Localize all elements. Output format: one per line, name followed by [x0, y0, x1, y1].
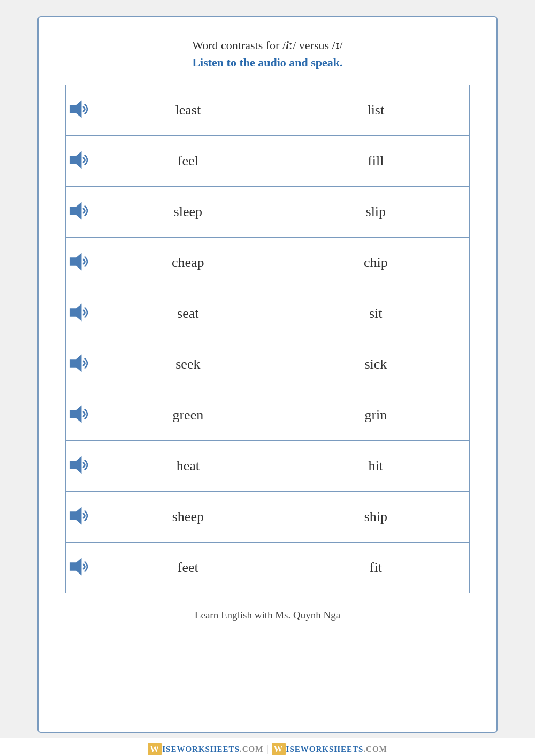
short-vowel-word: sick	[282, 339, 469, 390]
short-vowel-word: sit	[282, 288, 469, 339]
long-vowel-word: sheep	[94, 492, 282, 543]
watermark-right: W ISEWORKSHEETS .COM	[272, 743, 387, 755]
short-vowel-word: chip	[282, 238, 469, 288]
long-vowel-word: least	[94, 85, 282, 136]
svg-marker-0	[70, 101, 82, 118]
table-row: feelfill	[66, 136, 470, 187]
svg-marker-3	[70, 253, 82, 271]
table-row: seeksick	[66, 339, 470, 390]
table-row: cheapchip	[66, 238, 470, 288]
speaker-icon[interactable]	[66, 352, 94, 375]
short-vowel-word: list	[282, 85, 469, 136]
speaker-cell[interactable]	[66, 390, 94, 441]
speaker-cell[interactable]	[66, 288, 94, 339]
table-row: sleepslip	[66, 187, 470, 238]
title-line2: Listen to the audio and speak.	[192, 56, 342, 70]
table-row: seatsit	[66, 288, 470, 339]
short-vowel-word: slip	[282, 187, 469, 238]
speaker-icon[interactable]	[66, 97, 94, 121]
speaker-cell[interactable]	[66, 339, 94, 390]
watermark-bar: W ISEWORKSHEETS .COM | W ISEWORKSHEETS .…	[0, 738, 535, 756]
speaker-cell[interactable]	[66, 238, 94, 288]
word-contrast-table: leastlist feelfill sleepslip cheapchip s…	[65, 85, 470, 593]
svg-marker-8	[70, 507, 82, 525]
long-vowel-word: sleep	[94, 187, 282, 238]
speaker-icon[interactable]	[66, 199, 94, 223]
speaker-cell[interactable]	[66, 492, 94, 543]
table-row: sheepship	[66, 492, 470, 543]
table-row: greengrin	[66, 390, 470, 441]
svg-marker-6	[70, 406, 82, 423]
table-row: feetfit	[66, 543, 470, 593]
speaker-cell[interactable]	[66, 85, 94, 136]
long-vowel-word: cheap	[94, 238, 282, 288]
long-vowel-word: seat	[94, 288, 282, 339]
speaker-icon[interactable]	[66, 250, 94, 273]
speaker-cell[interactable]	[66, 543, 94, 593]
long-vowel-word: feel	[94, 136, 282, 187]
svg-marker-9	[70, 558, 82, 576]
svg-marker-4	[70, 304, 82, 322]
speaker-icon[interactable]	[66, 555, 94, 578]
speaker-cell[interactable]	[66, 441, 94, 492]
page-container: Word contrasts for /iː/ versus /ɪ/ Liste…	[37, 16, 498, 733]
title-line1: Word contrasts for /iː/ versus /ɪ/	[192, 39, 342, 52]
speaker-cell[interactable]	[66, 187, 94, 238]
page-header: Word contrasts for /iː/ versus /ɪ/ Liste…	[192, 39, 342, 70]
short-vowel-word: ship	[282, 492, 469, 543]
footer-text: Learn English with Ms. Quynh Nga	[195, 609, 340, 621]
short-vowel-word: hit	[282, 441, 469, 492]
svg-marker-1	[70, 151, 82, 169]
short-vowel-word: grin	[282, 390, 469, 441]
long-vowel-word: feet	[94, 543, 282, 593]
wm-w-icon2: W	[272, 743, 286, 755]
long-vowel-word: seek	[94, 339, 282, 390]
table-row: leastlist	[66, 85, 470, 136]
speaker-cell[interactable]	[66, 136, 94, 187]
speaker-icon[interactable]	[66, 504, 94, 528]
speaker-icon[interactable]	[66, 301, 94, 324]
short-vowel-word: fill	[282, 136, 469, 187]
svg-marker-7	[70, 456, 82, 474]
speaker-icon[interactable]	[66, 402, 94, 426]
watermark-left: W ISEWORKSHEETS .COM	[148, 743, 263, 755]
speaker-icon[interactable]	[66, 148, 94, 172]
long-vowel-word: green	[94, 390, 282, 441]
short-vowel-word: fit	[282, 543, 469, 593]
table-row: heathit	[66, 441, 470, 492]
svg-marker-5	[70, 355, 82, 372]
svg-marker-2	[70, 202, 82, 220]
speaker-icon[interactable]	[66, 453, 94, 477]
wm-w-icon: W	[148, 743, 162, 755]
long-vowel-word: heat	[94, 441, 282, 492]
